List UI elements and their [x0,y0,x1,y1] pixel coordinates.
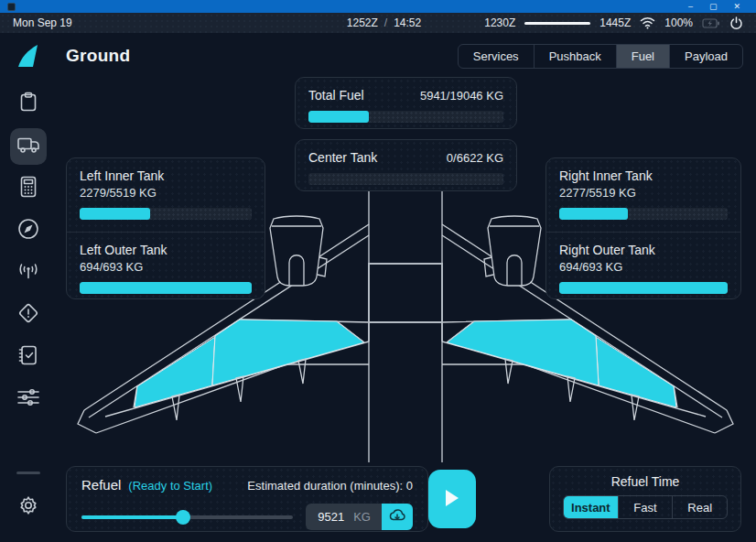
sidebar-item-compass[interactable] [10,212,47,249]
center-tank-label: Center Tank [308,150,377,165]
sidebar [0,33,57,542]
sidebar-item-truck[interactable] [10,128,47,165]
total-fuel-label: Total Fuel [308,88,364,103]
sidebar-item-calculator[interactable] [10,170,47,207]
minimize-button[interactable]: – [680,0,701,13]
battery-charging-icon [702,18,720,28]
tab-fuel[interactable]: Fuel [616,45,669,68]
efb-window: – ▢ ✕ Mon Sep 19 1252Z / 14:52 1230Z 144… [0,0,756,542]
maximize-button[interactable]: ▢ [701,0,726,13]
sidebar-item-clipboard[interactable] [10,86,47,123]
gear-icon [17,494,39,520]
tab-pushback[interactable]: Pushback [534,45,616,68]
right-inner-tank-section: Right Inner Tank 2277/5519 KG [546,158,740,232]
flight-end-time: 1445Z [599,16,631,29]
right-inner-tank-bar [559,208,728,220]
fuel-quantity-group: 9521 KG [306,504,413,530]
flight-progress-line [524,22,590,25]
app-icon [7,3,16,11]
refuel-time-real[interactable]: Real [672,496,727,518]
left-outer-tank-value: 694/693 KG [80,260,252,274]
left-tanks-card: Left Inner Tank 2279/5519 KG Left Outer … [66,157,265,299]
right-outer-tank-bar [559,282,728,294]
calculator-icon [19,176,38,201]
clipboard-icon [18,92,38,117]
tab-payload[interactable]: Payload [669,45,742,68]
sidebar-item-warning[interactable] [10,297,47,333]
cloud-download-icon [388,508,406,526]
tailfin-logo [16,43,40,72]
close-button[interactable]: ✕ [725,0,749,13]
sliders-icon [16,387,40,411]
center-tank-bar [308,173,503,185]
left-outer-tank-label: Left Outer Tank [80,243,252,257]
refuel-time-card: Refuel Time Instant Fast Real [549,466,741,532]
left-outer-tank-bar [80,282,252,294]
right-outer-tank-section: Right Outer Tank 694/693 KG [546,232,740,306]
left-outer-tank-section: Left Outer Tank 694/693 KG [67,232,265,306]
fuel-quantity-input[interactable]: 9521 [306,510,353,524]
right-outer-tank-label: Right Outer Tank [559,243,728,257]
left-inner-tank-bar [80,208,252,220]
sidebar-item-antenna[interactable] [10,255,47,291]
refuel-title: Refuel [81,477,121,493]
left-inner-tank-value: 2279/5519 KG [80,186,252,200]
slider-thumb[interactable] [176,510,190,525]
sidebar-item-sliders[interactable] [10,381,47,417]
status-date: Mon Sep 19 [13,16,72,29]
refuel-card: Refuel (Ready to Start) Estimated durati… [66,466,428,532]
time-separator: / [384,16,387,29]
compass-icon [17,218,39,244]
center-tank-card: Center Tank 0/6622 KG [295,139,517,191]
total-fuel-bar [308,111,503,123]
flight-start-time: 1230Z [484,16,515,29]
truck-icon [16,135,40,158]
refuel-time-fast[interactable]: Fast [618,496,673,518]
sidebar-item-checklist[interactable] [10,339,47,375]
status-bar: Mon Sep 19 1252Z / 14:52 1230Z 1445Z 100… [0,13,756,33]
left-inner-tank-section: Left Inner Tank 2279/5519 KG [67,158,265,232]
right-tanks-card: Right Inner Tank 2277/5519 KG Right Oute… [545,157,741,299]
total-fuel-bar-fill [308,111,369,123]
right-outer-tank-value: 694/693 KG [559,260,728,274]
refuel-time-title: Refuel Time [563,474,728,489]
center-tank-value: 0/6622 KG [447,151,503,165]
left-inner-tank-label: Left Inner Tank [80,168,252,183]
os-titlebar: – ▢ ✕ [0,0,756,13]
right-inner-tank-label: Right Inner Tank [559,168,728,183]
page-header: Ground Services Pushback Fuel Payload [57,33,756,75]
sidebar-divider [16,472,40,474]
refuel-duration: Estimated duration (minutes): 0 [247,479,413,493]
total-fuel-value: 5941/19046 KG [420,89,503,103]
sidebar-item-settings[interactable] [10,489,47,526]
sync-fuel-button[interactable] [382,504,413,530]
status-zulu-time: 1252Z [347,16,378,29]
status-local-time: 14:52 [394,16,421,29]
fuel-target-slider[interactable] [81,510,293,525]
antenna-icon [16,260,40,286]
tab-bar: Services Pushback Fuel Payload [458,44,743,69]
total-fuel-card: Total Fuel 5941/19046 KG [295,77,517,129]
page-title: Ground [66,46,130,66]
warning-diamond-icon [17,302,39,328]
power-icon[interactable] [729,16,743,30]
refuel-time-instant[interactable]: Instant [564,496,618,518]
play-icon [445,489,459,510]
refuel-status: (Ready to Start) [128,479,212,493]
tab-services[interactable]: Services [459,45,534,68]
battery-percent: 100% [664,16,693,29]
right-inner-tank-value: 2277/5519 KG [559,186,728,200]
refuel-time-options: Instant Fast Real [563,495,728,519]
wifi-icon [640,16,655,29]
checklist-icon [17,344,39,370]
start-refuel-button[interactable] [428,470,476,528]
fuel-quantity-unit: KG [353,510,382,524]
